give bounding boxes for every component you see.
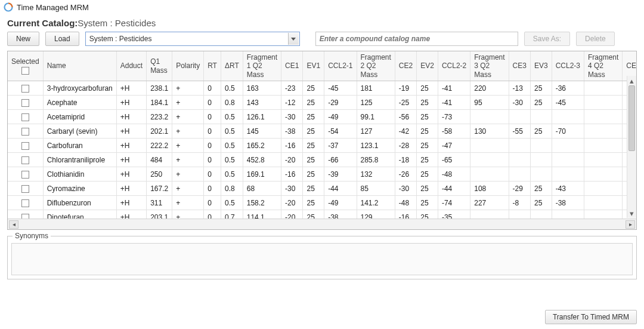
cell-drt[interactable]: 0.8 xyxy=(221,96,243,110)
cell-ccl2[interactable]: -35 xyxy=(438,210,470,219)
row-checkbox-cell[interactable] xyxy=(8,167,43,182)
cell-polarity[interactable]: + xyxy=(172,153,204,167)
cell-drt[interactable]: 0.5 xyxy=(221,167,243,182)
cell-drt[interactable]: 0.5 xyxy=(221,153,243,167)
cell-adduct[interactable]: +H xyxy=(116,210,146,219)
cell-ccl3[interactable]: -70 xyxy=(552,124,584,139)
cell-ce3[interactable]: -29 xyxy=(509,182,530,196)
cell-ce1[interactable]: -16 xyxy=(281,139,303,153)
grid-horizontal-scrollbar[interactable]: ◂ ▸ xyxy=(8,219,636,229)
cell-q1[interactable]: 250 xyxy=(147,167,172,182)
table-row[interactable]: 3-hydroxycarbofuran+H238.1+00.5163-2325-… xyxy=(8,81,636,96)
cell-rt[interactable]: 0 xyxy=(204,96,221,110)
col-q1-mass[interactable]: Q1 Mass xyxy=(147,51,172,81)
cell-ev1[interactable]: 25 xyxy=(303,110,324,124)
cell-q1[interactable]: 167.2 xyxy=(147,182,172,196)
cell-name[interactable]: Acetamiprid xyxy=(43,110,116,124)
cell-frag2[interactable]: 125 xyxy=(357,96,395,110)
scroll-up-icon[interactable]: ▴ xyxy=(627,76,636,85)
cell-rt[interactable]: 0 xyxy=(204,167,221,182)
cell-adduct[interactable]: +H xyxy=(116,110,146,124)
cell-ccl2[interactable]: -58 xyxy=(438,124,470,139)
col-adduct[interactable]: Adduct xyxy=(116,51,146,81)
cell-frag4[interactable] xyxy=(584,139,623,153)
cell-adduct[interactable]: +H xyxy=(116,124,146,139)
cell-ev2[interactable]: 25 xyxy=(417,196,438,210)
col-ccl2-3[interactable]: CCL2-3 xyxy=(552,51,584,81)
cell-ev3[interactable]: 25 xyxy=(530,124,552,139)
cell-ev3[interactable] xyxy=(530,167,552,182)
cell-ce3[interactable] xyxy=(509,110,530,124)
cell-ce1[interactable]: -30 xyxy=(281,182,303,196)
scroll-left-icon[interactable]: ◂ xyxy=(9,220,18,229)
cell-ce3[interactable] xyxy=(509,153,530,167)
cell-frag4[interactable] xyxy=(584,153,623,167)
cell-ev2[interactable]: 25 xyxy=(417,167,438,182)
cell-ccl3[interactable]: -38 xyxy=(552,196,584,210)
cell-name[interactable]: Cyromazine xyxy=(43,182,116,196)
cell-frag2[interactable]: 123.1 xyxy=(357,139,395,153)
row-checkbox[interactable] xyxy=(21,199,29,207)
cell-q1[interactable]: 311 xyxy=(147,196,172,210)
cell-rt[interactable]: 0 xyxy=(204,110,221,124)
cell-frag1[interactable]: 158.2 xyxy=(243,196,281,210)
cell-ccl2[interactable]: -74 xyxy=(438,196,470,210)
cell-adduct[interactable]: +H xyxy=(116,167,146,182)
cell-name[interactable]: Dinotefuran xyxy=(43,210,116,219)
col-ce1[interactable]: CE1 xyxy=(281,51,303,81)
cell-ev2[interactable]: 25 xyxy=(417,182,438,196)
cell-frag3[interactable] xyxy=(470,153,509,167)
col-ccl2-2[interactable]: CCL2-2 xyxy=(438,51,470,81)
cell-ccl1[interactable]: -45 xyxy=(324,81,357,96)
cell-ce2[interactable]: -18 xyxy=(395,153,416,167)
cell-drt[interactable]: 0.5 xyxy=(221,196,243,210)
cell-q1[interactable]: 223.2 xyxy=(147,110,172,124)
cell-ccl2[interactable]: -44 xyxy=(438,182,470,196)
cell-rt[interactable]: 0 xyxy=(204,153,221,167)
cell-ev2[interactable]: 25 xyxy=(417,210,438,219)
row-checkbox[interactable] xyxy=(21,214,29,219)
cell-frag3[interactable]: 95 xyxy=(470,96,509,110)
col-frag1[interactable]: Fragment 1 Q2 Mass xyxy=(243,51,281,81)
cell-name[interactable]: Diflubenzuron xyxy=(43,196,116,210)
cell-ev1[interactable]: 25 xyxy=(303,167,324,182)
cell-frag3[interactable] xyxy=(470,167,509,182)
transfer-button[interactable]: Transfer To Timed MRM xyxy=(545,310,637,324)
cell-ccl2[interactable]: -47 xyxy=(438,139,470,153)
row-checkbox-cell[interactable] xyxy=(8,210,43,219)
cell-ccl2[interactable]: -73 xyxy=(438,110,470,124)
cell-ccl1[interactable]: -49 xyxy=(324,196,357,210)
cell-ev1[interactable]: 25 xyxy=(303,81,324,96)
cell-frag4[interactable] xyxy=(584,110,623,124)
cell-ccl3[interactable]: -36 xyxy=(552,81,584,96)
cell-ccl2[interactable]: -48 xyxy=(438,167,470,182)
col-ce3[interactable]: CE3 xyxy=(509,51,530,81)
grid-vertical-scrollbar[interactable]: ▴ ▾ xyxy=(627,76,636,218)
cell-ce3[interactable]: -55 xyxy=(509,124,530,139)
cell-frag2[interactable]: 132 xyxy=(357,167,395,182)
table-row[interactable]: Carbaryl (sevin)+H202.1+00.5145-3825-541… xyxy=(8,124,636,139)
row-checkbox[interactable] xyxy=(21,185,29,193)
cell-ccl3[interactable]: -43 xyxy=(552,182,584,196)
cell-adduct[interactable]: +H xyxy=(116,153,146,167)
cell-frag1[interactable]: 114.1 xyxy=(243,210,281,219)
cell-name[interactable]: Carbofuran xyxy=(43,139,116,153)
col-polarity[interactable]: Polarity xyxy=(172,51,204,81)
cell-ccl1[interactable]: -37 xyxy=(324,139,357,153)
cell-ccl1[interactable]: -29 xyxy=(324,96,357,110)
cell-polarity[interactable]: + xyxy=(172,81,204,96)
cell-name[interactable]: Acephate xyxy=(43,96,116,110)
cell-rt[interactable]: 0 xyxy=(204,124,221,139)
cell-ev3[interactable] xyxy=(530,139,552,153)
cell-ce1[interactable]: -20 xyxy=(281,210,303,219)
cell-rt[interactable]: 0 xyxy=(204,81,221,96)
row-checkbox[interactable] xyxy=(21,113,29,121)
cell-ce3[interactable] xyxy=(509,210,530,219)
col-ev1[interactable]: EV1 xyxy=(303,51,324,81)
table-row[interactable]: Acephate+H184.1+00.8143-1225-29125-2525-… xyxy=(8,96,636,110)
col-selected[interactable]: Selected xyxy=(8,51,43,81)
row-checkbox-cell[interactable] xyxy=(8,96,43,110)
cell-ev1[interactable]: 25 xyxy=(303,182,324,196)
cell-ce1[interactable]: -20 xyxy=(281,196,303,210)
scroll-right-icon[interactable]: ▸ xyxy=(626,220,635,229)
